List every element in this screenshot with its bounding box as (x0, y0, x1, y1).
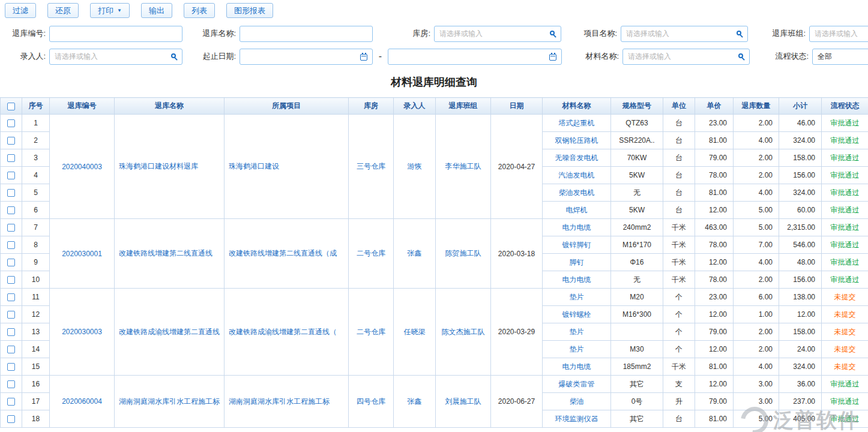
total-cell: 12.00 (779, 306, 822, 323)
row-checkbox[interactable] (7, 380, 15, 388)
material-link[interactable]: 脚钉 (570, 258, 584, 266)
filter-button[interactable]: 过滤 (5, 3, 36, 18)
search-icon[interactable] (738, 53, 743, 58)
team-link[interactable]: 陈贺施工队 (445, 249, 481, 257)
material-link[interactable]: 垫片 (570, 345, 584, 353)
row-checkbox[interactable] (7, 346, 15, 353)
row-checkbox[interactable] (7, 328, 15, 336)
material-link[interactable]: 电力电缆 (562, 223, 591, 232)
return-name-link[interactable]: 珠海鹤港口建设材料退库 (119, 162, 198, 170)
material-link[interactable]: 无噪音发电机 (555, 154, 598, 162)
warehouse-link[interactable]: 二号仓库 (357, 249, 385, 257)
search-icon[interactable] (550, 31, 555, 35)
material-link[interactable]: 柴油发电机 (559, 188, 595, 197)
material-link[interactable]: 环境监测仪器 (555, 415, 598, 423)
end-date-input[interactable] (388, 49, 562, 65)
operator-link[interactable]: 游恢 (408, 162, 422, 170)
return-team-input[interactable] (809, 26, 868, 42)
material-link[interactable]: 双钢轮压路机 (555, 136, 598, 145)
material-cell: 脚钉 (543, 254, 611, 271)
return-name-link[interactable]: 改建铁路成渝线增建第二直通线 (119, 328, 220, 336)
row-checkbox[interactable] (7, 206, 15, 214)
project-link[interactable]: 湖南洞庭湖水库引水工程施工标 (229, 397, 330, 406)
total-cell: 156.00 (779, 167, 822, 184)
project-link[interactable]: 珠海鹤港口建设 (229, 162, 279, 170)
row-checkbox[interactable] (7, 276, 15, 284)
project-link[interactable]: 改建铁路成渝线增建第二直通线（ (229, 328, 337, 336)
material-link[interactable]: 塔式起重机 (559, 119, 595, 127)
operator-link[interactable]: 任晓渠 (404, 328, 426, 336)
calendar-icon[interactable] (360, 54, 367, 61)
operator-link[interactable]: 张鑫 (408, 397, 422, 406)
search-icon[interactable] (171, 53, 176, 58)
export-button[interactable]: 输出 (141, 3, 172, 18)
warehouse-link[interactable]: 四号仓库 (357, 397, 385, 406)
search-icon[interactable] (737, 31, 741, 35)
row-checkbox[interactable] (7, 293, 15, 301)
team-link[interactable]: 刘晨施工队 (445, 397, 481, 406)
material-link[interactable]: 电焊机 (566, 206, 588, 214)
warehouse-input[interactable] (434, 26, 561, 42)
row-checkbox[interactable] (7, 137, 15, 145)
list-button[interactable]: 列表 (184, 3, 215, 18)
material-cell: 垫片 (543, 341, 611, 358)
row-checkbox[interactable] (7, 119, 15, 127)
operator-link[interactable]: 张鑫 (408, 249, 422, 257)
warehouse-link[interactable]: 三号仓库 (357, 162, 385, 170)
row-checkbox[interactable] (7, 415, 15, 423)
material-link[interactable]: 汽油发电机 (559, 171, 595, 179)
row-checkbox[interactable] (7, 172, 15, 179)
return-name-input[interactable] (240, 26, 373, 42)
start-date-input[interactable] (240, 49, 373, 65)
team-link[interactable]: 李华施工队 (445, 162, 481, 170)
material-link[interactable]: 镀锌螺栓 (562, 310, 591, 319)
material-name-input[interactable] (622, 49, 750, 65)
row-checkbox[interactable] (7, 224, 15, 232)
material-link[interactable]: 电力电缆 (562, 362, 591, 371)
material-link[interactable]: 垫片 (570, 328, 584, 336)
row-select-cell (1, 410, 22, 428)
unit-cell: 个 (663, 341, 695, 358)
unit-cell: 支 (663, 376, 695, 393)
row-index: 12 (22, 306, 50, 323)
material-link[interactable]: 电力电缆 (562, 275, 591, 284)
total-cell: 36.00 (779, 376, 822, 393)
return-name-link[interactable]: 改建铁路线增建第二线直通线 (119, 249, 212, 257)
team-link[interactable]: 陈文杰施工队 (442, 328, 485, 336)
row-checkbox[interactable] (7, 398, 15, 406)
chart-report-button[interactable]: 图形报表 (226, 3, 273, 18)
row-checkbox[interactable] (7, 241, 15, 249)
return-code-link[interactable]: 2020040003 (62, 163, 102, 171)
spec-cell: 5KW (611, 202, 663, 219)
row-checkbox[interactable] (7, 154, 15, 162)
row-checkbox[interactable] (7, 259, 15, 266)
material-cell: 柴油发电机 (543, 184, 611, 202)
material-link[interactable]: 镀锌脚钉 (562, 241, 591, 249)
price-cell: 78.00 (695, 271, 734, 289)
workflow-status-select[interactable]: 全部 (812, 49, 868, 65)
spec-cell: SSR220A.. (611, 132, 663, 149)
warehouse-link[interactable]: 二号仓库 (357, 328, 385, 336)
return-code-link[interactable]: 2020030001 (62, 250, 102, 258)
project-link[interactable]: 改建铁路线增建第二线直通线（成 (229, 249, 337, 257)
material-link[interactable]: 爆破类雷管 (559, 380, 595, 388)
return-name-link[interactable]: 湖南洞庭湖水库引水工程施工标 (119, 397, 220, 406)
return-code-input[interactable] (49, 26, 182, 42)
row-checkbox[interactable] (7, 363, 15, 371)
unit-cell: 千米 (663, 219, 695, 236)
status-cell: 未提交 (822, 358, 868, 376)
print-button[interactable]: 打印 ▼ (90, 3, 130, 18)
operator-input[interactable] (49, 49, 182, 65)
material-link[interactable]: 垫片 (570, 293, 584, 301)
restore-button[interactable]: 还原 (47, 3, 79, 18)
select-all-checkbox[interactable] (7, 103, 15, 110)
return-code-link[interactable]: 2020060004 (62, 397, 102, 406)
row-checkbox[interactable] (7, 311, 15, 319)
project-name-input[interactable] (621, 26, 748, 42)
return-code-link[interactable]: 2020030003 (62, 328, 102, 336)
table-row: 72020030001改建铁路线增建第二线直通线改建铁路线增建第二线直通线（成二… (1, 219, 868, 236)
calendar-icon[interactable] (549, 54, 556, 61)
material-cell: 垫片 (543, 289, 611, 306)
material-link[interactable]: 柴油 (570, 397, 584, 406)
row-checkbox[interactable] (7, 189, 15, 197)
